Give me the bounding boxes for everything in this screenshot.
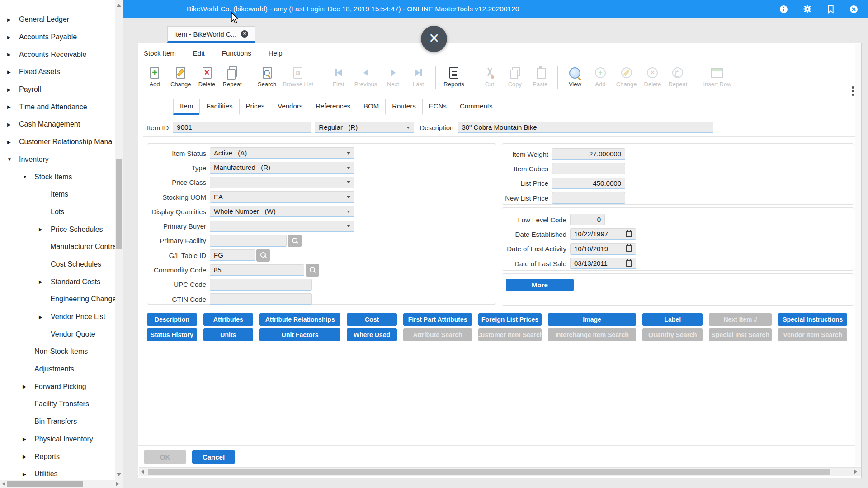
sidebar-item-vendor-quote[interactable]: Vendor Quote bbox=[0, 325, 115, 343]
first-part-attributes-button[interactable]: First Part Attributes bbox=[403, 313, 472, 326]
item-cubes-input[interactable] bbox=[552, 163, 625, 174]
sidebar-item-price-schedules[interactable]: Price Schedules bbox=[0, 221, 115, 238]
expand-icon[interactable] bbox=[7, 104, 19, 109]
expand-icon[interactable] bbox=[39, 279, 51, 284]
tab-facilities[interactable]: Facilities bbox=[199, 99, 239, 115]
tab-bom[interactable]: BOM bbox=[357, 99, 385, 115]
sidebar-item-accounts-receivable[interactable]: Accounts Receivable bbox=[0, 46, 115, 63]
unit-factors-button[interactable]: Unit Factors bbox=[259, 328, 340, 341]
sidebar-item-stock-items[interactable]: Stock Items bbox=[0, 168, 115, 186]
close-icon[interactable] bbox=[849, 5, 858, 14]
sidebar-horizontal-scrollbar[interactable] bbox=[0, 480, 123, 488]
attribute-relationships-button[interactable]: Attribute Relationships bbox=[259, 313, 340, 326]
sidebar-item-lots[interactable]: Lots bbox=[0, 203, 115, 221]
expand-icon[interactable] bbox=[7, 52, 19, 57]
bookmark-icon[interactable] bbox=[827, 5, 835, 14]
description-button[interactable]: Description bbox=[147, 313, 197, 326]
sidebar-item-general-ledger[interactable]: General Ledger bbox=[0, 11, 115, 28]
sidebar-item-items[interactable]: Items bbox=[0, 186, 115, 203]
sidebar-item-non-stock-items[interactable]: Non-Stock Items bbox=[0, 343, 115, 361]
toolbar-view-button[interactable]: View bbox=[562, 62, 588, 92]
sidebar-item-payroll[interactable]: Payroll bbox=[0, 81, 115, 99]
toolbar-delete-button[interactable]: Delete bbox=[194, 62, 220, 92]
collapse-icon[interactable] bbox=[7, 157, 19, 162]
low-level-code-input[interactable]: 0 bbox=[570, 214, 605, 225]
tab-ecns[interactable]: ECNs bbox=[422, 99, 453, 115]
sidebar-item-accounts-payable[interactable]: Accounts Payable bbox=[0, 28, 115, 46]
expand-icon[interactable] bbox=[7, 140, 19, 145]
sidebar-item-time-and-attendance[interactable]: Time and Attendance bbox=[0, 98, 115, 116]
menu-edit[interactable]: Edit bbox=[193, 49, 205, 57]
tab-vendors[interactable]: Vendors bbox=[271, 99, 309, 115]
settings-gear-icon[interactable] bbox=[803, 5, 812, 14]
date-established-input[interactable]: 10/22/1997 bbox=[570, 228, 636, 240]
status-history-button[interactable]: Status History bbox=[147, 328, 197, 341]
sidebar-vertical-scrollbar[interactable] bbox=[115, 0, 123, 480]
menu-stock-item[interactable]: Stock Item bbox=[144, 49, 176, 57]
price-class-select[interactable] bbox=[210, 177, 354, 188]
scroll-left-icon[interactable] bbox=[141, 469, 144, 474]
expand-icon[interactable] bbox=[23, 436, 34, 441]
calendar-icon[interactable] bbox=[626, 231, 632, 237]
upc-code-input[interactable] bbox=[210, 279, 312, 291]
expand-icon[interactable] bbox=[7, 87, 19, 92]
tab-references[interactable]: References bbox=[309, 99, 357, 115]
scroll-down-icon[interactable] bbox=[117, 473, 121, 476]
calendar-icon[interactable] bbox=[626, 245, 632, 252]
toolbar-reports-button[interactable]: Reports bbox=[440, 62, 467, 92]
tab-prices[interactable]: Prices bbox=[239, 99, 271, 115]
toolbar-add-button[interactable]: Add bbox=[142, 62, 167, 92]
sidebar-item-utilities[interactable]: Utilities bbox=[0, 465, 115, 480]
document-tab[interactable]: Item - BikeWorld C... bbox=[167, 26, 255, 43]
menu-help[interactable]: Help bbox=[269, 49, 283, 57]
scroll-left-icon[interactable] bbox=[2, 482, 5, 486]
collapse-icon[interactable] bbox=[23, 174, 34, 179]
sidebar-item-reports[interactable]: Reports bbox=[0, 448, 115, 465]
toolbar-change-button[interactable]: Change bbox=[167, 62, 194, 92]
sidebar-item-adjustments[interactable]: Adjustments bbox=[0, 361, 115, 378]
lookup-icon[interactable] bbox=[306, 264, 319, 277]
gtin-code-input[interactable] bbox=[210, 293, 312, 305]
special-instructions-button[interactable]: Special Instructions bbox=[778, 313, 847, 326]
type-select[interactable]: Manufactured (R) bbox=[210, 162, 354, 174]
sidebar-item-engineering-change[interactable]: Engineering Change bbox=[0, 291, 115, 308]
expand-icon[interactable] bbox=[39, 314, 51, 319]
window-horizontal-scrollbar[interactable] bbox=[139, 467, 861, 476]
scrollbar-thumb[interactable] bbox=[7, 481, 83, 487]
commodity-code-input[interactable]: 85 bbox=[210, 264, 304, 276]
foreign-list-prices-button[interactable]: Foreign List Prices bbox=[478, 313, 541, 326]
primary-buyer-select[interactable] bbox=[210, 221, 354, 232]
gl-table-id-input[interactable]: FG bbox=[210, 249, 255, 261]
cost-button[interactable]: Cost bbox=[347, 313, 397, 326]
description-input[interactable]: 30" Cobra Mountain Bike bbox=[458, 122, 713, 133]
label-button[interactable]: Label bbox=[642, 313, 703, 326]
where-used-button[interactable]: Where Used bbox=[347, 328, 397, 341]
expand-icon[interactable] bbox=[23, 472, 34, 477]
sidebar-item-inventory[interactable]: Inventory bbox=[0, 151, 115, 169]
item-status-select[interactable]: Active (A) bbox=[210, 147, 354, 159]
expand-icon[interactable] bbox=[7, 35, 19, 40]
lookup-icon[interactable] bbox=[288, 235, 302, 247]
expand-icon[interactable] bbox=[7, 122, 19, 127]
sidebar-item-physical-inventory[interactable]: Physical Inventory bbox=[0, 431, 115, 448]
tab-item[interactable]: Item bbox=[173, 99, 199, 115]
tab-routers[interactable]: Routers bbox=[385, 99, 422, 115]
expand-icon[interactable] bbox=[7, 17, 19, 22]
sidebar-item-bin-transfers[interactable]: Bin Transfers bbox=[0, 413, 115, 431]
sidebar-item-vendor-price-list[interactable]: Vendor Price List bbox=[0, 308, 115, 326]
display-quantities-select[interactable]: Whole Number (W) bbox=[210, 206, 354, 217]
lookup-icon[interactable] bbox=[256, 249, 270, 262]
more-button[interactable]: More bbox=[506, 279, 574, 291]
floating-close-button[interactable] bbox=[421, 26, 447, 52]
list-price-input[interactable]: 450.0000 bbox=[552, 178, 625, 189]
item-weight-input[interactable]: 27.000000 bbox=[552, 148, 625, 160]
window-vertical-scrollbar[interactable] bbox=[855, 44, 861, 466]
tab-comments[interactable]: Comments bbox=[453, 99, 500, 115]
scrollbar-thumb[interactable] bbox=[148, 469, 830, 475]
expand-icon[interactable] bbox=[23, 454, 34, 459]
item-type-select[interactable]: Regular (R) bbox=[315, 122, 414, 133]
expand-icon[interactable] bbox=[39, 227, 51, 232]
sidebar-item-forward-picking[interactable]: Forward Picking bbox=[0, 378, 115, 395]
toolbar-search-button[interactable]: Search bbox=[255, 62, 280, 92]
scroll-right-icon[interactable] bbox=[854, 469, 857, 474]
